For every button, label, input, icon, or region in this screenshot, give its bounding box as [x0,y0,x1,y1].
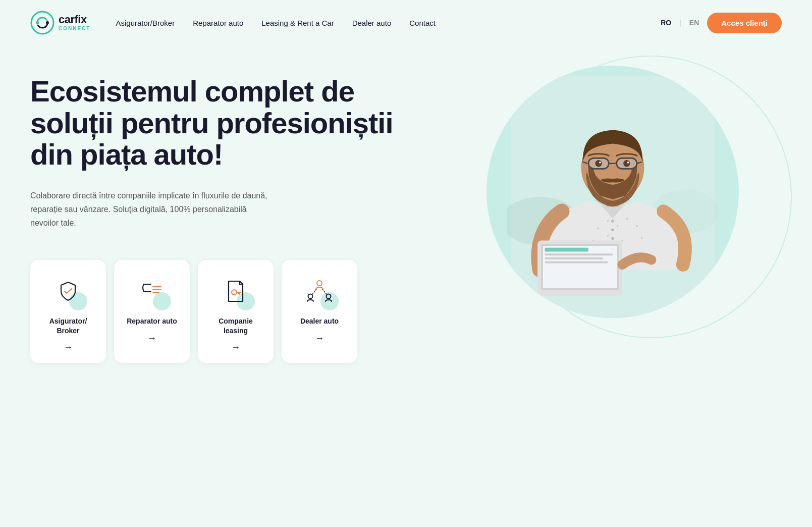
card-leasing-label: Companie leasing [210,317,261,335]
card-asigurator-label: Asigurator/ Broker [42,317,94,335]
dealer-network-icon [305,279,334,303]
nav-contact[interactable]: Contact [409,19,436,27]
person-illustration [507,76,719,318]
svg-line-14 [322,289,327,294]
logo[interactable]: carfix CONNECT [30,11,90,35]
card-leasing[interactable]: Companie leasing → [198,260,274,362]
svg-point-20 [626,218,628,220]
svg-point-22 [636,225,638,227]
svg-point-28 [611,228,614,231]
svg-rect-45 [545,253,613,255]
svg-line-13 [312,289,316,294]
svg-point-11 [308,294,313,299]
card-dealer-label: Dealer auto [300,317,339,326]
asigurator-icon-wrap [51,274,85,308]
svg-point-24 [621,239,623,241]
hero-section: Ecosistemul complet de soluții pentru pr… [0,45,812,480]
logo-icon [30,11,55,35]
svg-point-38 [623,160,630,167]
svg-point-18 [607,220,609,222]
lang-divider: | [679,19,681,27]
card-asigurator[interactable]: Asigurator/ Broker → [30,260,106,362]
header: carfix CONNECT Asigurator/Broker Reparat… [0,0,812,45]
svg-rect-43 [543,246,617,288]
acces-clienti-button[interactable]: Acces clienți [707,13,782,33]
svg-point-23 [607,235,609,237]
svg-point-1 [36,21,39,24]
header-right: RO | EN Acces clienți [661,13,782,33]
card-leasing-arrow: → [231,342,240,353]
nav-leasing[interactable]: Leasing & Rent a Car [261,19,334,27]
hero-left: Ecosistemul complet de soluții pentru pr… [30,66,444,363]
leasing-icon-wrap [219,274,253,308]
logo-tagline: CONNECT [59,26,90,31]
cards-row: Asigurator/ Broker → [30,260,423,362]
logo-name: carfix [59,14,90,25]
lang-ro-button[interactable]: RO [661,19,671,27]
svg-rect-47 [545,261,608,264]
car-repair-icon [140,280,164,302]
svg-point-29 [611,237,614,240]
shield-check-icon [57,280,79,302]
svg-point-39 [599,162,601,164]
svg-point-12 [327,294,331,299]
svg-point-10 [317,281,322,286]
card-reparator-label: Reparator auto [127,317,177,326]
reparator-icon-wrap [135,274,169,308]
document-key-icon [225,279,247,303]
svg-point-21 [597,227,599,229]
svg-point-27 [611,220,614,223]
hero-subtitle: Colaborare directă între companiile impl… [30,189,273,230]
card-reparator[interactable]: Reparator auto → [114,260,190,362]
card-asigurator-arrow: → [64,342,73,353]
svg-point-40 [627,162,629,164]
svg-point-6 [232,290,237,295]
nav-dealer[interactable]: Dealer auto [352,19,392,27]
svg-point-19 [617,225,619,227]
svg-rect-46 [545,257,603,259]
hero-image-circle [486,66,739,318]
hero-right [444,66,782,318]
lang-en-button[interactable]: EN [689,19,699,27]
svg-point-2 [46,21,49,24]
svg-point-0 [31,12,53,34]
hero-title: Ecosistemul complet de soluții pentru pr… [30,76,423,171]
nav-reparator[interactable]: Reparator auto [193,19,243,27]
dealer-icon-wrap [302,274,337,308]
nav-asigurator[interactable]: Asigurator/Broker [116,19,175,27]
card-dealer-arrow: → [315,333,324,344]
svg-point-26 [641,237,643,239]
svg-rect-44 [545,248,588,252]
main-nav: Asigurator/Broker Reparator auto Leasing… [116,19,661,27]
card-dealer[interactable]: Dealer auto → [282,260,357,362]
card-reparator-arrow: → [147,333,156,344]
svg-point-37 [595,160,602,167]
